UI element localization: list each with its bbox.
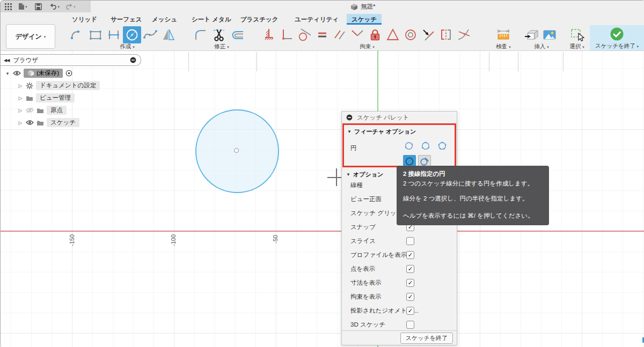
options-section-header[interactable]: ▼ オプション <box>346 171 383 179</box>
fix-constraint-icon[interactable] <box>260 26 277 43</box>
folder-icon <box>36 107 44 114</box>
tab-utilities[interactable]: ユーティリティ <box>295 14 339 25</box>
tab-sketch-active[interactable]: スケッチ <box>347 14 382 25</box>
finish-sketch-button[interactable]: スケッチを終了 ▾ <box>590 25 644 50</box>
component-cube-icon <box>27 70 34 77</box>
undo-icon[interactable]: ▾ <box>49 3 60 10</box>
modify-dropdown[interactable]: 修正 ▾ <box>192 43 252 50</box>
line-tool-icon[interactable] <box>105 26 123 43</box>
browser-root-row[interactable]: ▾ (未保存) <box>1 68 141 78</box>
root-document-node[interactable]: (未保存) <box>24 69 63 78</box>
measure-tool-icon[interactable] <box>494 26 513 43</box>
midpoint-constraint-icon[interactable] <box>419 26 437 43</box>
save-icon[interactable] <box>35 3 42 10</box>
tree-collapsed-icon[interactable]: ▷ <box>18 108 23 113</box>
spline-tool-icon[interactable] <box>141 26 159 43</box>
option-row-projected-geometry[interactable]: 投影されたジオメトリ...✓ <box>342 304 457 318</box>
slice-checkbox[interactable] <box>406 237 414 245</box>
collapse-panel-icon[interactable]: ◀◀ <box>4 58 9 63</box>
sketch-palette: スケッチ パレット ▼ フィーチャ オプション 円 <box>341 111 457 345</box>
redo-icon[interactable]: ▾ <box>65 3 76 10</box>
circle-type-3tangent-icon[interactable] <box>437 141 447 151</box>
fillet-tool-icon[interactable] <box>192 26 210 43</box>
circle-tool-icon-selected[interactable] <box>123 26 141 43</box>
browser-item-view-management[interactable]: ▷ ビュー管理 <box>1 93 141 103</box>
perpendicular-constraint-icon[interactable] <box>277 26 295 43</box>
insert-canvas-image-icon[interactable] <box>540 26 559 43</box>
inspect-dropdown[interactable]: 検査 ▾ <box>492 43 515 50</box>
activate-radio-icon[interactable] <box>65 70 72 77</box>
collinear-constraint-icon[interactable] <box>348 26 366 43</box>
finish-sketch-footer-button[interactable]: スケッチを終了 <box>400 333 453 344</box>
3d-sketch-checkbox[interactable] <box>406 321 414 329</box>
tree-collapsed-icon[interactable]: ▷ <box>18 83 23 88</box>
tab-sheet-metal[interactable]: シート メタル <box>192 14 231 25</box>
browser-item-document-settings[interactable]: ▷ ドキュメントの設定 <box>1 80 141 91</box>
option-row-show-dimensions[interactable]: 寸法を表示✓ <box>342 276 457 290</box>
equal-constraint-icon[interactable] <box>313 26 331 43</box>
lock-constraint-icon[interactable] <box>366 26 384 43</box>
collapse-circle-minus-icon[interactable] <box>130 57 136 63</box>
title-bar: ▾ ▾ ▾ 無題* <box>1 1 644 12</box>
item-label: スケッチ <box>50 119 76 127</box>
design-workspace-button[interactable]: デザイン ▾ <box>6 24 55 49</box>
tab-mesh[interactable]: メッシュ <box>152 14 177 25</box>
show-points-checkbox[interactable]: ✓ <box>406 265 414 273</box>
tangent-constraint-icon[interactable] <box>295 26 313 43</box>
offset-tool-icon[interactable] <box>228 26 246 43</box>
tab-solid[interactable]: ソリッド <box>72 14 97 25</box>
item-label: ドキュメントの設定 <box>40 82 96 90</box>
show-dimensions-checkbox[interactable]: ✓ <box>406 279 414 287</box>
tab-plastic[interactable]: プラスチック <box>240 14 279 25</box>
insert-derive-icon[interactable] <box>522 26 540 43</box>
app-grid-icon[interactable] <box>5 3 12 10</box>
insert-dropdown[interactable]: 挿入 ▾ <box>522 43 561 50</box>
show-profile-checkbox[interactable]: ✓ <box>406 251 414 259</box>
caret-down-icon: ▾ <box>44 35 46 39</box>
feature-options-section-header[interactable]: ▼ フィーチャ オプション <box>347 128 455 136</box>
tooltip-instruction: 線分を 2 つ選択し、円の半径を指定します。 <box>403 195 543 203</box>
item-label: 原点 <box>50 106 63 114</box>
trim-tool-icon[interactable] <box>210 26 228 43</box>
show-constraints-checkbox[interactable]: ✓ <box>406 293 414 301</box>
curvature-constraint-icon[interactable] <box>455 26 472 43</box>
option-row-show-points[interactable]: 点を表示✓ <box>342 262 457 276</box>
projected-geometry-checkbox[interactable]: ✓ <box>406 307 414 315</box>
insert-group: 挿入 ▾ <box>522 26 561 50</box>
tab-surface[interactable]: サーフェス <box>111 14 142 25</box>
tree-expand-icon[interactable]: ▾ <box>5 71 10 76</box>
visibility-eye-off-icon[interactable] <box>26 107 34 113</box>
caret-down-icon: ▾ <box>58 5 60 9</box>
axis-tick-label: -100 <box>170 234 177 246</box>
caret-down-icon: ▾ <box>25 5 27 9</box>
select-tool-icon[interactable] <box>568 26 586 43</box>
polygon-constraint-icon[interactable] <box>384 26 401 43</box>
browser-item-origin[interactable]: ▷ 原点 <box>1 105 141 115</box>
option-row-show-profile[interactable]: プロファイルを表示✓ <box>342 248 457 262</box>
option-row-show-constraints[interactable]: 拘束を表示✓ <box>342 290 457 304</box>
select-dropdown[interactable]: 選択 ▾ <box>565 43 589 50</box>
concentric-constraint-icon[interactable] <box>401 26 419 43</box>
option-row-slice[interactable]: スライス <box>342 234 457 248</box>
browser-item-sketches[interactable]: ▷ スケッチ <box>1 117 141 128</box>
document-title-text: 無題* <box>361 3 375 11</box>
visibility-eye-icon[interactable] <box>26 120 34 125</box>
file-menu-icon[interactable]: ▾ <box>18 3 27 10</box>
sketch-circle-center-point[interactable] <box>234 148 239 153</box>
circle-type-2point-icon[interactable] <box>404 141 414 151</box>
symmetry-constraint-icon[interactable] <box>437 26 455 43</box>
create-dropdown[interactable]: 作成 ▾ <box>68 43 186 50</box>
rectangle-tool-icon[interactable] <box>86 26 105 43</box>
circle-type-3point-icon[interactable] <box>421 141 430 151</box>
tree-collapsed-icon[interactable]: ▷ <box>18 95 23 101</box>
caret-down-icon: ▾ <box>74 5 76 9</box>
visibility-eye-icon[interactable] <box>13 70 21 76</box>
collapse-circle-minus-icon[interactable] <box>346 114 353 121</box>
mirror-tool-icon[interactable] <box>159 26 178 43</box>
tree-collapsed-icon[interactable]: ▷ <box>18 120 23 125</box>
option-row-3d-sketch[interactable]: 3D スケッチ <box>342 318 457 331</box>
parallel-constraint-icon[interactable] <box>331 26 348 43</box>
finish-sketch-label: スケッチを終了 <box>595 42 635 49</box>
constrain-dropdown[interactable]: 拘束 ▾ <box>260 43 474 50</box>
arc-tool-icon[interactable] <box>68 26 86 43</box>
